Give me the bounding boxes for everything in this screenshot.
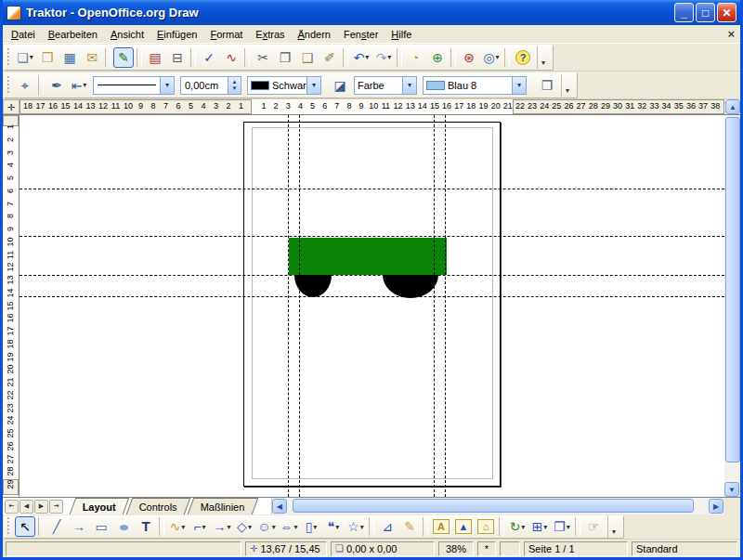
snap-guide-vertical[interactable]: [434, 115, 435, 497]
spinner-arrows-icon[interactable]: ▲▼: [228, 77, 241, 94]
shape-trailer-body[interactable]: [289, 238, 447, 275]
layer-first-button[interactable]: ⇤: [5, 500, 19, 514]
open-button[interactable]: ❒: [37, 47, 58, 68]
arrowheads-button[interactable]: ⇤▾: [69, 75, 89, 96]
horizontal-scrollbar-thumb[interactable]: [293, 499, 694, 513]
autospellcheck-button[interactable]: ∿: [221, 47, 241, 68]
insert-chart-button[interactable]: ◔: [405, 47, 425, 68]
zoom-button[interactable]: ◎▾: [481, 47, 502, 68]
text-tool[interactable]: T: [136, 516, 156, 537]
print-button[interactable]: ⊟: [167, 47, 188, 68]
snap-guide-vertical[interactable]: [288, 115, 289, 497]
menu-bearbeiten[interactable]: Bearbeiten: [42, 27, 104, 42]
line-color-select[interactable]: Schwarz ▾: [247, 76, 321, 95]
scroll-left-button[interactable]: ◀: [272, 499, 287, 514]
save-button[interactable]: ▦: [59, 47, 80, 68]
horizontal-scrollbar[interactable]: ◀ ▶: [271, 498, 723, 514]
toolbar-grip[interactable]: [7, 76, 11, 95]
menu-datei[interactable]: Datei: [5, 27, 42, 42]
rotate-button[interactable]: ↻▾: [507, 516, 528, 537]
edit-points-button[interactable]: ⌖: [15, 75, 35, 96]
line-width-spinner[interactable]: 0,00cm ▲▼: [180, 76, 241, 95]
rectangle-tool[interactable]: ▭: [91, 516, 111, 537]
layer-last-button[interactable]: ⇥: [49, 500, 63, 514]
line-style-button[interactable]: ✒: [46, 75, 67, 96]
menu-ansicht[interactable]: Ansicht: [104, 27, 150, 42]
layer-prev-button[interactable]: ◀: [20, 500, 33, 514]
email-button[interactable]: ✉: [82, 47, 102, 68]
close-button[interactable]: ✕: [717, 3, 736, 22]
edit-file-button[interactable]: ✎: [113, 47, 134, 68]
arrow-tool[interactable]: →: [69, 516, 89, 537]
interaction-button[interactable]: ☞: [583, 516, 604, 537]
menu-format[interactable]: Format: [203, 27, 249, 42]
tab-masslinien[interactable]: Maßlinien: [188, 498, 258, 514]
status-template[interactable]: Standard: [632, 541, 737, 556]
connector-tool[interactable]: ⌐▾: [189, 516, 210, 537]
fontwork-button[interactable]: A: [431, 516, 451, 537]
curve-tool[interactable]: ∿▾: [167, 516, 188, 537]
callouts-tool[interactable]: ❝▾: [323, 516, 344, 537]
fill-button[interactable]: ◪: [330, 75, 350, 96]
line-style-select[interactable]: ▾: [93, 76, 175, 95]
h-ruler[interactable]: 1817161514131211109876543211234567891011…: [20, 99, 725, 114]
symbol-shapes-tool[interactable]: ☺▾: [256, 516, 277, 537]
scroll-down-button[interactable]: ▼: [724, 482, 739, 497]
canvas[interactable]: [20, 115, 724, 497]
redo-button[interactable]: ↷▾: [373, 47, 394, 68]
help-button[interactable]: ?: [513, 47, 533, 68]
layer-next-button[interactable]: ▶: [34, 500, 48, 514]
edit-points-tool[interactable]: ⊿: [377, 516, 398, 537]
vertical-scrollbar-thumb[interactable]: [725, 117, 740, 462]
toolbar-overflow-button[interactable]: ▾: [561, 74, 573, 97]
toolbar-overflow-button[interactable]: ▾: [607, 515, 619, 538]
spellcheck-button[interactable]: ✓: [199, 47, 219, 68]
format-paintbrush-button[interactable]: ✐: [319, 47, 340, 68]
line-tool[interactable]: ╱: [46, 516, 67, 537]
menu-fenster[interactable]: Fenster: [337, 27, 385, 42]
scroll-right-button[interactable]: ▶: [709, 499, 723, 514]
vertical-scrollbar[interactable]: ▼: [724, 115, 740, 497]
alignment-button[interactable]: ⊞▾: [529, 516, 550, 537]
ruler-origin-button[interactable]: ✛: [3, 99, 20, 114]
insert-picture-button[interactable]: ▲: [453, 516, 474, 537]
menu-extras[interactable]: Extras: [249, 27, 291, 42]
cut-button[interactable]: ✂: [253, 47, 273, 68]
snap-guide-vertical[interactable]: [445, 115, 446, 497]
toolbar-overflow-button[interactable]: ▾: [537, 46, 549, 69]
select-tool[interactable]: ↖: [15, 516, 35, 537]
undo-button[interactable]: ↶▾: [351, 47, 372, 68]
ellipse-tool[interactable]: ●: [113, 516, 134, 537]
toolbar-grip[interactable]: [7, 48, 11, 67]
navigator-button[interactable]: ⊛: [459, 47, 479, 68]
block-arrows-tool[interactable]: ⇔▾: [279, 516, 299, 537]
flowchart-tool[interactable]: ▯▾: [301, 516, 321, 537]
paste-button[interactable]: ❑: [297, 47, 318, 68]
v-ruler[interactable]: 1234567891011121314151617181920212223242…: [3, 115, 20, 497]
snap-guide-horizontal[interactable]: [20, 236, 724, 237]
snap-guide-horizontal[interactable]: [20, 296, 724, 297]
new-button[interactable]: ❏▾: [15, 47, 35, 68]
lines-arrows-tool[interactable]: →▾: [212, 516, 232, 537]
export-pdf-button[interactable]: ▤: [145, 47, 165, 68]
menu-aendern[interactable]: Ändern: [292, 27, 337, 42]
fill-type-select[interactable]: Farbe ▾: [354, 76, 417, 95]
minimize-button[interactable]: _: [674, 3, 694, 22]
snap-guide-vertical[interactable]: [299, 115, 300, 497]
tab-controls[interactable]: Controls: [126, 498, 191, 514]
arrange-button[interactable]: ❐▾: [552, 516, 572, 537]
toolbar-grip[interactable]: [7, 517, 11, 536]
menu-hilfe[interactable]: Hilfe: [385, 27, 418, 42]
fill-color-select[interactable]: Blau 8 ▾: [423, 76, 527, 95]
hyperlink-globe-button[interactable]: ⊕: [427, 47, 448, 68]
copy-button[interactable]: ❐: [275, 47, 295, 68]
status-page[interactable]: Seite 1 / 1: [524, 541, 628, 556]
stars-tool[interactable]: ☆▾: [345, 516, 366, 537]
scroll-up-button[interactable]: ▲: [725, 99, 740, 114]
snap-guide-horizontal[interactable]: [20, 189, 724, 189]
shadow-button[interactable]: ❐: [537, 75, 557, 96]
gallery-button[interactable]: ⌂: [476, 516, 496, 537]
glue-points-tool[interactable]: ✎: [399, 516, 420, 537]
snap-guide-horizontal[interactable]: [20, 275, 724, 276]
document-close-button[interactable]: ×: [727, 27, 735, 41]
